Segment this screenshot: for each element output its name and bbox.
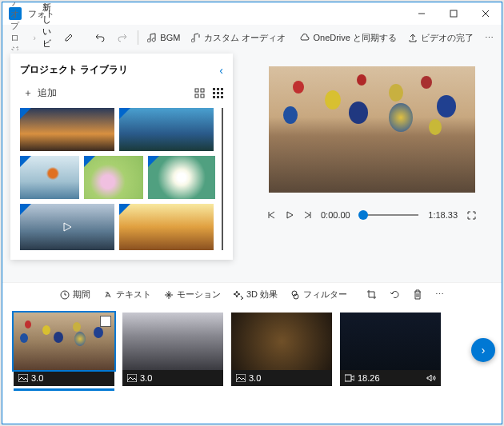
custom-audio-button[interactable]: カスタム オーディオ <box>186 30 290 46</box>
volume-icon <box>426 374 436 382</box>
svg-rect-7 <box>201 94 204 98</box>
onedrive-sync-button[interactable]: OneDrive と同期する <box>294 30 402 46</box>
time-current: 0:00.00 <box>321 210 350 220</box>
sparkle-icon <box>234 290 243 300</box>
3d-effects-button[interactable]: 3D 効果 <box>230 287 281 302</box>
storyboard-clip[interactable]: 3.0 <box>231 313 332 386</box>
storyboard-clip[interactable]: 18.26 <box>340 313 441 386</box>
image-icon <box>127 374 137 382</box>
plus-icon: ＋ <box>23 86 33 100</box>
toolbar: ビデオ プロジェクト › 新しいビデオ BGM カスタム オーディオ OneDr… <box>2 25 502 50</box>
image-icon <box>236 374 246 382</box>
preview-image <box>269 66 475 193</box>
motion-button[interactable]: モーション <box>161 287 224 302</box>
duration-button[interactable]: 期間 <box>57 287 94 302</box>
title-bar: フォト <box>2 2 502 25</box>
storyboard-clip[interactable]: 3.0 <box>14 313 114 386</box>
library-item[interactable] <box>148 156 215 199</box>
view-grid-small-button[interactable] <box>213 88 223 98</box>
text-button[interactable]: テキスト <box>100 287 154 302</box>
svg-rect-13 <box>221 92 223 94</box>
clip-edit-toolbar: 期間 テキスト モーション 3D 効果 フィルター ⋯ <box>2 282 502 306</box>
chevron-right-icon: › <box>34 34 36 42</box>
svg-rect-15 <box>217 96 219 98</box>
library-item[interactable] <box>20 204 114 250</box>
clip-duration: 3.0 <box>140 373 152 383</box>
next-frame-button[interactable] <box>303 211 311 219</box>
seek-bar[interactable] <box>360 214 419 216</box>
export-icon <box>408 33 418 42</box>
library-item[interactable] <box>20 108 114 151</box>
svg-rect-23 <box>345 375 351 381</box>
library-item[interactable] <box>20 156 79 199</box>
clip-thumbnail <box>122 313 223 370</box>
motion-icon <box>164 290 174 300</box>
video-preview[interactable] <box>269 66 475 193</box>
svg-rect-1 <box>450 10 457 17</box>
clip-thumbnail <box>340 313 441 370</box>
undo-button[interactable] <box>90 31 110 44</box>
library-item[interactable] <box>119 204 214 250</box>
audio-icon <box>191 33 201 42</box>
app-window: フォト ビデオ プロジェクト › 新しいビデオ BGM カスタム オーディオ O… <box>2 2 502 424</box>
storyboard: 3.0 3.0 3.0 18.26 › <box>2 306 502 400</box>
svg-rect-9 <box>217 88 219 90</box>
library-grid <box>20 108 223 250</box>
finish-video-button[interactable]: ビデオの完了 <box>403 30 478 46</box>
svg-rect-4 <box>195 89 198 92</box>
clip-thumbnail <box>14 313 114 370</box>
minimize-button[interactable] <box>406 2 438 25</box>
project-library-panel: プロジェクト ライブラリ ‹ ＋ 追加 <box>10 54 233 260</box>
music-icon <box>147 33 157 42</box>
delete-button[interactable] <box>410 288 426 301</box>
crop-button[interactable] <box>363 288 380 301</box>
svg-rect-12 <box>217 92 219 94</box>
clip-checkbox[interactable] <box>100 316 111 327</box>
svg-rect-21 <box>127 374 137 382</box>
collapse-library-button[interactable]: ‹ <box>219 64 223 77</box>
svg-rect-5 <box>201 89 204 92</box>
fullscreen-button[interactable] <box>467 211 476 220</box>
cloud-icon <box>298 33 310 42</box>
svg-rect-16 <box>221 96 223 98</box>
seek-knob[interactable] <box>358 210 368 220</box>
clip-duration: 18.26 <box>358 373 380 383</box>
view-grid-large-button[interactable] <box>194 88 205 98</box>
maximize-button[interactable] <box>438 2 470 25</box>
svg-rect-14 <box>213 96 215 98</box>
bgm-button[interactable]: BGM <box>142 31 185 44</box>
image-icon <box>18 374 28 382</box>
prev-frame-button[interactable] <box>268 211 276 219</box>
library-item[interactable] <box>84 156 143 199</box>
add-media-button[interactable]: ＋ 追加 <box>20 85 60 102</box>
storyboard-clip[interactable]: 3.0 <box>122 313 223 386</box>
svg-rect-22 <box>236 374 246 382</box>
clip-duration: 3.0 <box>31 373 43 383</box>
filter-button[interactable]: フィルター <box>287 287 350 302</box>
video-icon <box>345 374 354 382</box>
svg-rect-10 <box>221 88 223 90</box>
more-edit-button[interactable]: ⋯ <box>432 288 447 301</box>
clock-icon <box>60 290 70 300</box>
library-item[interactable] <box>119 108 214 151</box>
rotate-button[interactable] <box>386 288 403 301</box>
content-area: プロジェクト ライブラリ ‹ ＋ 追加 <box>2 50 502 282</box>
redo-button[interactable] <box>112 31 133 44</box>
play-button[interactable] <box>286 211 294 219</box>
more-button[interactable]: ⋯ <box>480 31 498 45</box>
filter-icon <box>290 290 300 300</box>
close-button[interactable] <box>470 2 502 25</box>
text-icon <box>103 290 113 300</box>
scroll-right-button[interactable]: › <box>471 338 495 362</box>
time-total: 1:18.33 <box>428 210 458 220</box>
library-title: プロジェクト ライブラリ <box>20 63 128 77</box>
playback-controls: 0:00.00 1:18.33 <box>268 210 476 220</box>
edit-title-button[interactable] <box>59 31 78 44</box>
svg-rect-11 <box>213 92 215 94</box>
svg-rect-20 <box>18 374 28 382</box>
svg-rect-6 <box>195 94 198 98</box>
clip-duration: 3.0 <box>249 373 261 383</box>
app-title: フォト <box>28 8 406 20</box>
svg-rect-8 <box>213 88 215 90</box>
play-icon <box>62 221 73 233</box>
